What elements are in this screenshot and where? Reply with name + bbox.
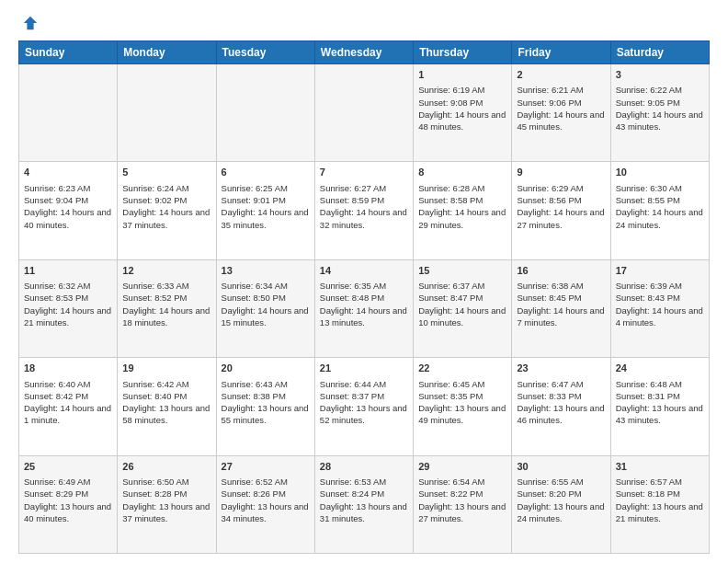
weekday-header-thursday: Thursday [414, 41, 512, 64]
day-info: Daylight: 13 hours and 27 minutes. [418, 500, 506, 525]
day-info: Sunrise: 6:39 AM [616, 280, 704, 292]
calendar-cell: 20Sunrise: 6:43 AMSunset: 8:38 PMDayligh… [216, 358, 314, 455]
day-info: Sunset: 8:20 PM [517, 488, 605, 500]
day-info: Daylight: 13 hours and 37 minutes. [122, 500, 210, 525]
day-info: Daylight: 14 hours and 40 minutes. [24, 206, 112, 231]
day-info: Sunrise: 6:48 AM [616, 378, 704, 390]
day-info: Daylight: 14 hours and 13 minutes. [320, 304, 408, 329]
calendar-cell: 23Sunrise: 6:47 AMSunset: 8:33 PMDayligh… [512, 358, 610, 455]
day-number: 3 [616, 68, 704, 82]
calendar-cell [216, 64, 314, 162]
day-number: 11 [24, 264, 112, 278]
day-info: Sunset: 8:58 PM [418, 194, 506, 206]
day-info: Sunset: 8:33 PM [517, 390, 605, 402]
day-info: Sunrise: 6:24 AM [122, 182, 210, 194]
day-info: Daylight: 13 hours and 58 minutes. [122, 402, 210, 427]
day-number: 14 [320, 264, 408, 278]
day-number: 15 [418, 264, 506, 278]
day-number: 22 [418, 362, 506, 375]
day-info: Sunset: 8:42 PM [24, 390, 112, 402]
day-info: Sunrise: 6:38 AM [517, 280, 605, 292]
calendar-cell: 31Sunrise: 6:57 AMSunset: 8:18 PMDayligh… [610, 455, 709, 553]
day-info: Daylight: 14 hours and 37 minutes. [122, 206, 210, 231]
day-number: 2 [517, 68, 605, 82]
day-number: 10 [616, 166, 704, 179]
day-info: Sunset: 9:08 PM [418, 97, 506, 109]
day-info: Sunset: 8:56 PM [517, 194, 605, 206]
day-info: Sunset: 8:29 PM [24, 488, 112, 500]
calendar-cell: 17Sunrise: 6:39 AMSunset: 8:43 PMDayligh… [610, 259, 709, 357]
calendar-cell: 25Sunrise: 6:49 AMSunset: 8:29 PMDayligh… [19, 455, 118, 553]
day-number: 27 [222, 460, 310, 474]
day-info: Daylight: 13 hours and 31 minutes. [320, 500, 408, 525]
day-info: Sunset: 8:45 PM [517, 292, 605, 304]
day-info: Sunrise: 6:54 AM [418, 476, 506, 488]
day-info: Sunset: 9:02 PM [122, 194, 210, 206]
day-info: Sunrise: 6:35 AM [320, 280, 408, 292]
day-number: 24 [616, 362, 704, 375]
day-info: Sunrise: 6:50 AM [122, 476, 210, 488]
calendar-cell [314, 64, 413, 162]
day-info: Daylight: 13 hours and 49 minutes. [418, 402, 506, 427]
calendar-cell: 6Sunrise: 6:25 AMSunset: 9:01 PMDaylight… [216, 162, 314, 259]
calendar-cell: 28Sunrise: 6:53 AMSunset: 8:24 PMDayligh… [314, 455, 413, 553]
day-info: Daylight: 13 hours and 24 minutes. [517, 500, 605, 525]
day-info: Sunrise: 6:37 AM [418, 280, 506, 292]
day-info: Sunrise: 6:32 AM [24, 280, 112, 292]
calendar-cell: 27Sunrise: 6:52 AMSunset: 8:26 PMDayligh… [216, 455, 314, 553]
calendar-cell: 3Sunrise: 6:22 AMSunset: 9:05 PMDaylight… [610, 64, 709, 162]
weekday-header-saturday: Saturday [610, 41, 709, 64]
day-info: Sunset: 8:48 PM [320, 292, 408, 304]
day-info: Sunset: 8:18 PM [616, 488, 704, 500]
day-info: Sunrise: 6:47 AM [517, 378, 605, 390]
day-info: Sunset: 9:04 PM [24, 194, 112, 206]
day-info: Daylight: 14 hours and 1 minute. [24, 402, 112, 427]
day-info: Sunset: 8:31 PM [616, 390, 704, 402]
day-number: 25 [24, 460, 112, 474]
calendar-cell: 18Sunrise: 6:40 AMSunset: 8:42 PMDayligh… [19, 358, 118, 455]
day-info: Daylight: 13 hours and 52 minutes. [320, 402, 408, 427]
day-info: Sunrise: 6:21 AM [517, 84, 605, 96]
weekday-header-sunday: Sunday [19, 41, 118, 64]
day-info: Sunset: 8:52 PM [122, 292, 210, 304]
day-info: Sunrise: 6:33 AM [122, 280, 210, 292]
day-info: Sunset: 8:50 PM [222, 292, 310, 304]
day-number: 17 [616, 264, 704, 278]
day-info: Sunrise: 6:19 AM [418, 84, 506, 96]
day-info: Daylight: 14 hours and 48 minutes. [418, 109, 506, 133]
day-number: 7 [320, 166, 408, 179]
day-info: Sunrise: 6:34 AM [222, 280, 310, 292]
calendar-cell: 24Sunrise: 6:48 AMSunset: 8:31 PMDayligh… [610, 358, 709, 455]
weekday-header-monday: Monday [118, 41, 216, 64]
day-number: 30 [517, 460, 605, 474]
day-number: 5 [122, 166, 210, 179]
calendar-week-3: 11Sunrise: 6:32 AMSunset: 8:53 PMDayligh… [19, 259, 710, 357]
logo [18, 15, 39, 31]
day-info: Sunrise: 6:49 AM [24, 476, 112, 488]
day-number: 1 [418, 68, 506, 82]
day-info: Sunrise: 6:22 AM [616, 84, 704, 96]
calendar-cell: 12Sunrise: 6:33 AMSunset: 8:52 PMDayligh… [118, 259, 216, 357]
calendar-table: SundayMondayTuesdayWednesdayThursdayFrid… [18, 40, 710, 554]
day-number: 21 [320, 362, 408, 375]
day-info: Sunrise: 6:23 AM [24, 182, 112, 194]
day-info: Sunset: 8:53 PM [24, 292, 112, 304]
day-number: 6 [222, 166, 310, 179]
day-info: Sunrise: 6:30 AM [616, 182, 704, 194]
day-info: Sunrise: 6:52 AM [222, 476, 310, 488]
calendar-cell: 29Sunrise: 6:54 AMSunset: 8:22 PMDayligh… [414, 455, 512, 553]
day-info: Daylight: 14 hours and 10 minutes. [418, 304, 506, 329]
weekday-header-tuesday: Tuesday [216, 41, 314, 64]
day-info: Sunrise: 6:25 AM [222, 182, 310, 194]
calendar-cell: 19Sunrise: 6:42 AMSunset: 8:40 PMDayligh… [118, 358, 216, 455]
day-info: Daylight: 14 hours and 7 minutes. [517, 304, 605, 329]
calendar-week-1: 1Sunrise: 6:19 AMSunset: 9:08 PMDaylight… [19, 64, 710, 162]
day-number: 26 [122, 460, 210, 474]
day-info: Sunset: 9:01 PM [222, 194, 310, 206]
svg-marker-0 [24, 17, 37, 29]
day-number: 31 [616, 460, 704, 474]
calendar-cell: 7Sunrise: 6:27 AMSunset: 8:59 PMDaylight… [314, 162, 413, 259]
day-number: 19 [122, 362, 210, 375]
day-info: Sunrise: 6:45 AM [418, 378, 506, 390]
day-info: Daylight: 14 hours and 24 minutes. [616, 206, 704, 231]
